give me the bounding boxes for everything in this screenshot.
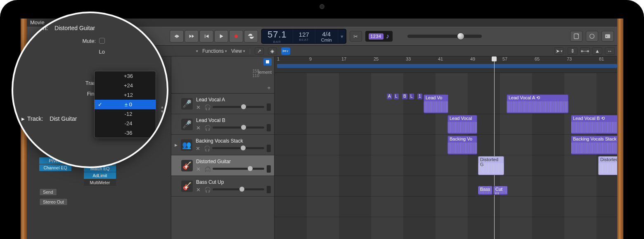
loop-browser-button[interactable] [586,31,598,42]
track-fader[interactable] [212,147,264,149]
transpose-dropdown[interactable]: +36+24+12± 0-12-24-36 [94,71,156,138]
audio-region[interactable]: Cut U [493,186,508,195]
automation-curve-icon[interactable]: ↗ [255,47,264,55]
hzoom-slider-icon[interactable]: ↔ [605,47,615,55]
arrange-area[interactable]: 1917253341495765738189 ALBL1 Lead VoLead… [275,56,617,239]
audio-region[interactable]: Bass [478,186,492,195]
lcd-sig: 4/4 [322,30,331,37]
plugin-slot[interactable]: Channel EQ [39,164,71,171]
track-fader[interactable] [213,106,264,108]
dropdown-option[interactable]: ± 0 [95,100,156,109]
ruler-tick: 25 [374,56,379,61]
send-button[interactable]: Send [39,188,57,196]
track-header[interactable]: 🎸Bass Cut Up✕🎧 [171,176,274,197]
track-fader[interactable] [213,127,264,129]
arrangement-marker[interactable]: L [409,94,414,99]
plugin-slot[interactable]: AdLimit [84,172,116,179]
track-header[interactable]: 🎤Lead Vocal A✕🎧 [171,94,274,114]
lcd-beat: 127 [299,31,309,38]
notepad-button[interactable] [570,31,582,42]
headphone-icon[interactable]: 🎧 [204,187,210,192]
cycle-button[interactable] [244,30,258,42]
dropdown-option[interactable]: +36 [95,71,156,81]
stepper-icon[interactable]: ▲▼ [160,105,164,114]
camera-dot [320,4,324,9]
audio-region[interactable]: Distorted G [478,156,504,175]
headphone-icon[interactable]: 🎧 [204,166,210,172]
track-header[interactable]: 🎤Lead Vocal B✕🎧 [171,114,274,135]
track-icon: 🎸 [181,160,193,171]
view-menu[interactable]: View ▾ [231,48,245,54]
track-icon: 🎤 [181,119,193,130]
arrangement-marker[interactable]: L [394,94,399,99]
ruler-tick: 41 [438,56,443,61]
go-start-button[interactable] [199,30,213,42]
vzoom-icon[interactable]: ⇕ [568,47,578,55]
vzoom-slider-icon[interactable]: ▲ [592,47,602,55]
ruler[interactable]: 1917253341495765738189 [275,56,617,73]
forward-button[interactable] [185,30,199,42]
audio-region[interactable]: Lead Vocal [447,115,477,134]
arrangement-marker[interactable]: A [387,94,392,99]
media-browser-button[interactable] [601,31,614,42]
audio-region[interactable]: Backing Vocals Stack [571,136,617,155]
ruler-tick: 73 [567,56,572,61]
mute-icon[interactable]: ✕ [196,104,202,110]
track-header[interactable]: ▶👥Backing Vocals Stack✕🎧 [171,135,274,155]
arrangement-marker[interactable]: B [402,94,407,99]
ruler-tick: 49 [470,56,475,61]
audio-region[interactable]: Lead Vocal B ⟲ [571,115,617,134]
dropdown-option[interactable]: +24 [95,81,156,90]
global-tracks-button[interactable] [263,58,272,66]
track-fader[interactable] [213,188,264,190]
track-name: Lead Vocal A [196,97,271,103]
headphone-icon[interactable]: 🎧 [204,145,210,151]
mute-icon[interactable]: ✕ [196,187,202,192]
play-button[interactable] [214,30,228,42]
playhead[interactable] [494,56,495,239]
meter [267,145,271,152]
waveform [448,143,477,153]
arrangement-marker[interactable]: 1 [417,94,422,99]
mute-row[interactable]: Mute: [21,35,159,46]
track-fader[interactable] [213,168,264,170]
cycle-range[interactable] [277,64,617,68]
ruler-tick: 9 [309,56,312,61]
rewind-button[interactable] [170,30,184,42]
track-icon: 👥 [181,139,192,151]
count-in-display[interactable]: 1234 ♪ [365,31,393,42]
audio-region[interactable]: Lead Vo [424,94,448,113]
mute-icon[interactable]: ✕ [196,145,201,151]
dropdown-option[interactable]: -24 [95,119,156,128]
plugin-slot[interactable]: MultiMeter [84,179,116,186]
track-name: Lead Vocal B [196,117,271,123]
headphone-icon[interactable]: 🎧 [204,104,210,110]
transport-controls [170,30,258,42]
dropdown-option[interactable]: -12 [95,109,156,119]
audio-region[interactable]: Distorted G [598,156,617,175]
headphone-icon[interactable]: 🎧 [204,125,210,131]
waveform [599,163,617,174]
dropdown-option[interactable]: -36 [95,128,156,138]
tool-scissors[interactable]: ✂ [350,31,362,42]
audio-region[interactable]: Backing Vo [447,136,477,155]
master-volume-slider[interactable] [407,35,482,38]
add-track-button[interactable]: ＋ [266,84,272,91]
dropdown-option[interactable]: +12 [95,90,156,100]
output-button[interactable]: Stereo Out [39,198,68,206]
mute-icon[interactable]: ✕ [196,125,202,131]
record-button[interactable] [229,30,243,42]
flex-icon[interactable]: ◈ [268,47,277,55]
track-name: Distorted Guitar [196,159,271,164]
track-header[interactable]: 🎸Distorted Guitar✕🎧 [171,155,274,176]
functions-menu[interactable]: Functions ▾ [202,48,227,54]
lcd-display[interactable]: 57.1BAR 127BEAT 4/4Cmin ▾ [261,29,346,44]
mute-icon[interactable]: ✕ [196,166,202,172]
audio-region[interactable]: Lead Vocal A ⟲ [507,94,568,113]
pointer-tool[interactable]: ➤▾ [554,47,564,55]
lcd-bar: 57.1 [268,29,287,40]
snap-icon[interactable]: ✂▾ [281,47,290,55]
ruler-tick: 17 [341,56,346,61]
hfit-icon[interactable]: ⇤⇥ [580,47,590,55]
edit-menu[interactable]: ▾ [196,49,198,53]
